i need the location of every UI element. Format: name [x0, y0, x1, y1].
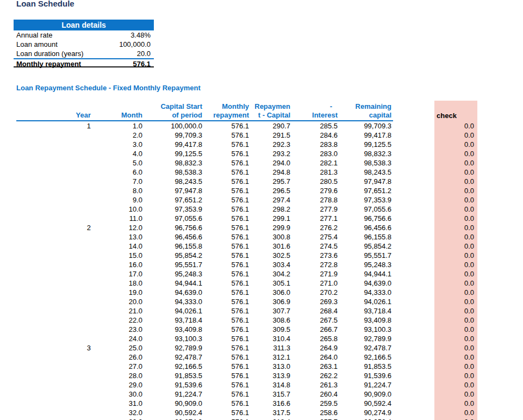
interest-cell[interactable]: 258.6: [292, 408, 339, 417]
check-cell[interactable]: 0.0: [434, 242, 477, 251]
interest-cell[interactable]: 269.3: [292, 297, 339, 306]
year-cell[interactable]: [16, 325, 92, 334]
capital-start-cell[interactable]: 92,789.9: [144, 343, 204, 353]
repayment-capital-cell[interactable]: 294.0: [251, 158, 292, 168]
month-cell[interactable]: 29.0: [92, 380, 144, 390]
interest-cell[interactable]: 283.8: [292, 140, 339, 149]
capital-start-cell[interactable]: 98,832.3: [144, 158, 204, 168]
month-cell[interactable]: 22.0: [92, 316, 144, 325]
monthly-repayment-cell[interactable]: 576.1: [204, 371, 251, 380]
year-cell[interactable]: [16, 297, 92, 306]
remaining-capital-cell[interactable]: 89,956.4: [339, 417, 393, 420]
remaining-capital-cell[interactable]: 93,409.8: [339, 316, 393, 325]
month-cell[interactable]: 27.0: [92, 362, 144, 371]
repayment-capital-cell[interactable]: 290.7: [251, 121, 292, 131]
year-cell[interactable]: [16, 214, 92, 223]
repayment-capital-cell[interactable]: 293.2: [251, 149, 292, 158]
remaining-capital-cell[interactable]: 90,592.4: [339, 399, 393, 408]
repayment-capital-cell[interactable]: 298.2: [251, 205, 292, 214]
month-cell[interactable]: 26.0: [92, 353, 144, 362]
month-cell[interactable]: 33.0: [92, 417, 144, 420]
interest-cell[interactable]: 284.6: [292, 131, 339, 140]
repayment-capital-cell[interactable]: 313.0: [251, 362, 292, 371]
check-cell[interactable]: 0.0: [434, 232, 477, 242]
remaining-capital-cell[interactable]: 93,718.4: [339, 306, 393, 316]
capital-start-cell[interactable]: 91,853.5: [144, 371, 204, 380]
monthly-repayment-cell[interactable]: 576.1: [204, 177, 251, 186]
remaining-capital-cell[interactable]: 95,248.3: [339, 260, 393, 269]
repayment-capital-cell[interactable]: 291.5: [251, 131, 292, 140]
capital-start-cell[interactable]: 93,409.8: [144, 325, 204, 334]
capital-start-cell[interactable]: 98,538.3: [144, 168, 204, 177]
year-cell[interactable]: 2: [16, 223, 92, 232]
remaining-capital-cell[interactable]: 91,539.6: [339, 371, 393, 380]
repayment-capital-cell[interactable]: 305.1: [251, 279, 292, 288]
month-cell[interactable]: 2.0: [92, 131, 144, 140]
interest-cell[interactable]: 276.2: [292, 223, 339, 232]
year-cell[interactable]: [16, 131, 92, 140]
year-cell[interactable]: [16, 371, 92, 380]
month-cell[interactable]: 25.0: [92, 343, 144, 353]
month-cell[interactable]: 16.0: [92, 260, 144, 269]
check-cell[interactable]: 0.0: [434, 343, 477, 353]
month-cell[interactable]: 28.0: [92, 371, 144, 380]
capital-start-cell[interactable]: 94,944.1: [144, 279, 204, 288]
monthly-repayment-cell[interactable]: 576.1: [204, 168, 251, 177]
capital-start-cell[interactable]: 94,026.1: [144, 306, 204, 316]
capital-start-cell[interactable]: 90,909.0: [144, 399, 204, 408]
monthly-repayment-cell[interactable]: 576.1: [204, 186, 251, 195]
check-cell[interactable]: 0.0: [434, 214, 477, 223]
repayment-capital-cell[interactable]: 314.8: [251, 380, 292, 390]
capital-start-cell[interactable]: 98,243.5: [144, 177, 204, 186]
monthly-repayment-cell[interactable]: 576.1: [204, 362, 251, 371]
remaining-capital-cell[interactable]: 94,026.1: [339, 297, 393, 306]
year-cell[interactable]: 3: [16, 343, 92, 353]
monthly-repayment-cell[interactable]: 576.1: [204, 269, 251, 279]
monthly-repayment-cell[interactable]: 576.1: [204, 158, 251, 168]
remaining-capital-cell[interactable]: 96,155.8: [339, 232, 393, 242]
interest-cell[interactable]: 279.6: [292, 186, 339, 195]
capital-start-cell[interactable]: 95,551.7: [144, 260, 204, 269]
check-cell[interactable]: 0.0: [434, 186, 477, 195]
capital-start-cell[interactable]: 95,248.3: [144, 269, 204, 279]
check-cell[interactable]: 0.0: [434, 325, 477, 334]
remaining-capital-cell[interactable]: 93,100.3: [339, 325, 393, 334]
month-cell[interactable]: 7.0: [92, 177, 144, 186]
remaining-capital-cell[interactable]: 91,853.5: [339, 362, 393, 371]
monthly-repayment-cell[interactable]: 576.1: [204, 214, 251, 223]
capital-start-cell[interactable]: 99,417.8: [144, 140, 204, 149]
month-cell[interactable]: 32.0: [92, 408, 144, 417]
interest-cell[interactable]: 265.8: [292, 334, 339, 343]
interest-cell[interactable]: 273.6: [292, 251, 339, 260]
monthly-repayment-cell[interactable]: 576.1: [204, 353, 251, 362]
monthly-repayment-value[interactable]: 576.1: [133, 59, 154, 66]
month-cell[interactable]: 14.0: [92, 242, 144, 251]
check-cell[interactable]: 0.0: [434, 205, 477, 214]
capital-start-cell[interactable]: 92,478.7: [144, 353, 204, 362]
loan-duration-value[interactable]: 20.0: [137, 49, 154, 58]
repayment-capital-cell[interactable]: 304.2: [251, 269, 292, 279]
check-cell[interactable]: 0.0: [434, 251, 477, 260]
month-cell[interactable]: 1.0: [92, 121, 144, 131]
interest-cell[interactable]: 266.7: [292, 325, 339, 334]
repayment-capital-cell[interactable]: 306.9: [251, 297, 292, 306]
repayment-capital-cell[interactable]: 295.7: [251, 177, 292, 186]
monthly-repayment-cell[interactable]: 576.1: [204, 343, 251, 353]
remaining-capital-cell[interactable]: 97,055.6: [339, 205, 393, 214]
interest-cell[interactable]: 272.8: [292, 260, 339, 269]
repayment-capital-cell[interactable]: 313.9: [251, 371, 292, 380]
year-cell[interactable]: [16, 288, 92, 297]
check-cell[interactable]: 0.0: [434, 269, 477, 279]
repayment-capital-cell[interactable]: 309.5: [251, 325, 292, 334]
repayment-capital-cell[interactable]: 318.4: [251, 417, 292, 420]
year-cell[interactable]: [16, 306, 92, 316]
monthly-repayment-cell[interactable]: 576.1: [204, 131, 251, 140]
interest-cell[interactable]: 281.3: [292, 168, 339, 177]
year-cell[interactable]: [16, 269, 92, 279]
repayment-capital-cell[interactable]: 307.7: [251, 306, 292, 316]
interest-cell[interactable]: 270.2: [292, 288, 339, 297]
repayment-capital-cell[interactable]: 308.6: [251, 316, 292, 325]
capital-start-cell[interactable]: 90,274.9: [144, 417, 204, 420]
repayment-capital-cell[interactable]: 315.7: [251, 390, 292, 399]
capital-start-cell[interactable]: 92,166.5: [144, 362, 204, 371]
